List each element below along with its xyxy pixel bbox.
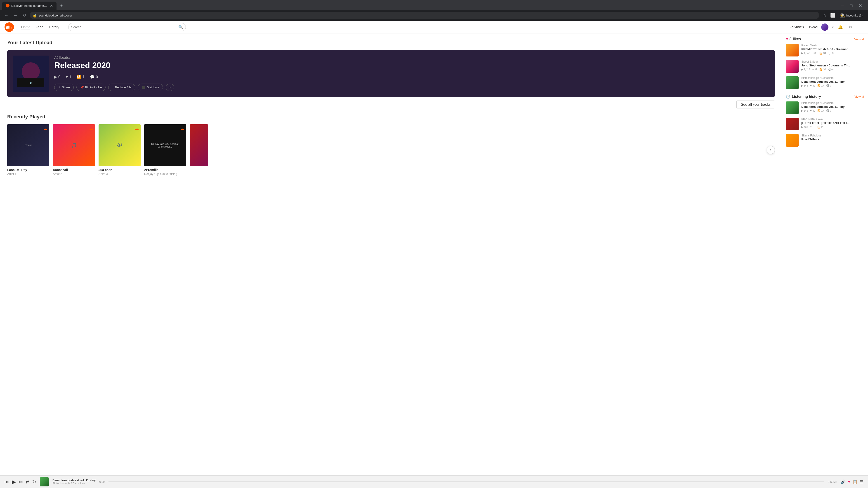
search-input[interactable] — [71, 25, 177, 29]
upload-track-title: Released 2020 — [54, 61, 770, 70]
track-artist: Artist 1 — [7, 172, 49, 175]
notifications-button[interactable]: 🔔 — [837, 24, 844, 30]
sidebar-history-section: 🕐 Listening history View all Biotechnolo… — [786, 94, 864, 147]
player-bar: ⏮ ▶ ⏭ ⇄ ↻ Densiflora podcast vol. 11 - I… — [0, 475, 868, 488]
player-thumbnail — [40, 477, 49, 486]
pin-icon: 📌 — [80, 86, 84, 89]
see-all-tracks-link[interactable]: See all your tracks — [737, 101, 775, 108]
tab-favicon — [6, 4, 9, 7]
next-tracks-button[interactable]: › — [767, 146, 775, 154]
more-options-button[interactable]: ☰ — [860, 480, 864, 484]
sidebar-track-item[interactable]: Raven Musik PREMIERE: Nosh & SJ - Dreams… — [786, 44, 864, 57]
sidebar-history-item[interactable]: Skinny Fabulous Road Tribute — [786, 134, 864, 147]
svg-rect-2 — [8, 26, 8, 29]
toolbar-right: ☆ ⬜ 🕵 Incognito (3) — [821, 12, 865, 19]
active-tab[interactable]: Discover the top streamed mus... ✕ — [2, 2, 57, 10]
svg-rect-6 — [11, 27, 12, 29]
sidebar-likes-section: ♥ 8 likes View all Raven Musik PREMIERE:… — [786, 37, 864, 89]
like-button[interactable]: ♥ — [848, 480, 850, 484]
avatar-dropdown[interactable]: ▾ — [832, 25, 834, 29]
share-icon: ↗ — [58, 86, 61, 89]
sidebar-track-info: PRZFM109.2 Asia [HARD TRUTH] TITHE AND T… — [801, 118, 864, 129]
skip-forward-button[interactable]: ⏭ — [19, 479, 23, 484]
sidebar-history-item[interactable]: Biotechnologia / Densiflora Densiflora p… — [786, 101, 864, 114]
share-button[interactable]: ↗ Share — [54, 84, 74, 91]
track-card[interactable]: Deejay-Gijs Cox (Official)2PROMILLE ☁ 2P… — [144, 124, 186, 175]
shuffle-button[interactable]: ⇄ — [26, 479, 30, 485]
reposts-stat: 🔁 1 — [76, 75, 85, 79]
logo[interactable] — [4, 22, 14, 32]
play-icon: ▶ — [54, 75, 57, 79]
likes-stat: ♥ 88 — [812, 52, 817, 55]
soundcloud-badge: ☁ — [43, 126, 48, 131]
track-card[interactable] — [190, 124, 208, 175]
nav-feed[interactable]: Feed — [36, 24, 43, 30]
track-thumbnail: 🎵 ☁ — [53, 124, 95, 166]
upload-button[interactable]: Upload — [808, 25, 817, 29]
bookmark-button[interactable]: ☆ — [821, 12, 828, 19]
svg-rect-4 — [10, 26, 10, 29]
repeat-button[interactable]: ↻ — [32, 479, 36, 485]
nav-library[interactable]: Library — [49, 24, 59, 30]
more-button[interactable]: ··· — [857, 24, 864, 30]
plays-count: 0 — [58, 75, 60, 79]
address-bar[interactable]: 🔒 soundcloud.com/discover — [30, 12, 819, 19]
nav-home[interactable]: Home — [21, 24, 30, 30]
tab-close-button[interactable]: ✕ — [50, 4, 53, 8]
url-text: soundcloud.com/discover — [39, 14, 816, 17]
player-progress-bar[interactable] — [108, 482, 825, 482]
browser-toolbar: ← → ↻ 🔒 soundcloud.com/discover ☆ ⬜ 🕵 In… — [0, 10, 868, 21]
recently-played-grid: Cover ☁ Lana Del Rey Artist 1 🎵 — [7, 124, 775, 175]
reload-button[interactable]: ↻ — [21, 12, 28, 19]
distribute-button[interactable]: ⬛ Distribute — [138, 84, 163, 91]
add-to-queue-button[interactable]: 📋 — [852, 480, 858, 484]
sidebar-track-artist: PRZFM109.2 Asia — [801, 118, 864, 121]
user-avatar[interactable] — [821, 24, 829, 31]
upload-artist: A24beaba — [54, 56, 770, 59]
track-title: Jua chen — [98, 168, 141, 172]
play-button[interactable]: ▶ — [12, 479, 16, 485]
sidebar-track-info: Raven Musik PREMIERE: Nosh & SJ - Dreams… — [801, 44, 864, 55]
back-button[interactable]: ← — [3, 12, 10, 19]
likes-view-all-link[interactable]: View all — [854, 37, 864, 41]
search-icon: 🔍 — [178, 25, 183, 29]
sidebar-history-item[interactable]: PRZFM109.2 Asia [HARD TRUTH] TITHE AND T… — [786, 118, 864, 130]
track-card[interactable]: 🎵 ☁ Dancehall Artist 2 — [53, 124, 95, 175]
svg-rect-1 — [7, 26, 8, 29]
more-actions-button[interactable]: ··· — [166, 84, 174, 91]
soundcloud-logo — [4, 22, 14, 32]
minimize-button[interactable]: ─ — [839, 2, 846, 9]
close-window-button[interactable]: ✕ — [857, 2, 864, 9]
latest-upload-title: Your Latest Upload — [7, 40, 775, 46]
track-card[interactable]: Cover ☁ Lana Del Rey Artist 1 — [7, 124, 49, 175]
sidebar-track-title: [HARD TRUTH] TITHE AND TITHI... — [801, 121, 864, 125]
track-artist: Artist 3 — [98, 172, 141, 175]
player-controls: ⏮ ▶ ⏭ ⇄ ↻ — [4, 479, 36, 485]
sidebar-track-info: Biotechnologia / Densiflora Densiflora p… — [801, 76, 864, 87]
for-artists-button[interactable]: For Artists — [790, 25, 804, 29]
sidebar-track-item[interactable]: Biotechnologia / Densiflora Densiflora p… — [786, 76, 864, 89]
skip-back-button[interactable]: ⏮ — [4, 479, 9, 484]
recently-played-title: Recently Played — [7, 114, 775, 120]
extension-button[interactable]: ⬜ — [829, 12, 836, 19]
sidebar-track-item[interactable]: Sweet & Sour Jono Stephenson - Colours I… — [786, 60, 864, 73]
maximize-button[interactable]: □ — [848, 2, 855, 9]
volume-button[interactable]: 🔊 — [841, 480, 846, 484]
sidebar-track-title: Jono Stephenson - Colours In Th... — [801, 64, 864, 68]
incognito-button[interactable]: 🕵 Incognito (3) — [837, 12, 865, 19]
search-bar[interactable]: 🔍 — [68, 23, 186, 31]
messages-button[interactable]: ✉ — [847, 24, 854, 30]
player-time-current: 0:00 — [99, 480, 104, 484]
sidebar-track-thumbnail — [786, 134, 799, 147]
forward-button[interactable]: → — [12, 12, 19, 19]
soundcloud-badge: ☁ — [180, 126, 184, 131]
sidebar-track-thumbnail — [786, 44, 799, 57]
tab-title: Discover the top streamed mus... — [11, 4, 48, 7]
upload-actions: ↗ Share 📌 Pin to Profile ↑ Replace File — [54, 84, 770, 91]
pin-to-profile-button[interactable]: 📌 Pin to Profile — [76, 84, 106, 91]
replace-file-button[interactable]: ↑ Replace File — [108, 84, 135, 91]
history-view-all-link[interactable]: View all — [854, 95, 864, 98]
new-tab-button[interactable]: + — [58, 2, 65, 9]
track-card[interactable]: 🎶 ☁ Jua chen Artist 3 — [98, 124, 141, 175]
track-thumbnail: Deejay-Gijs Cox (Official)2PROMILLE ☁ — [144, 124, 186, 166]
